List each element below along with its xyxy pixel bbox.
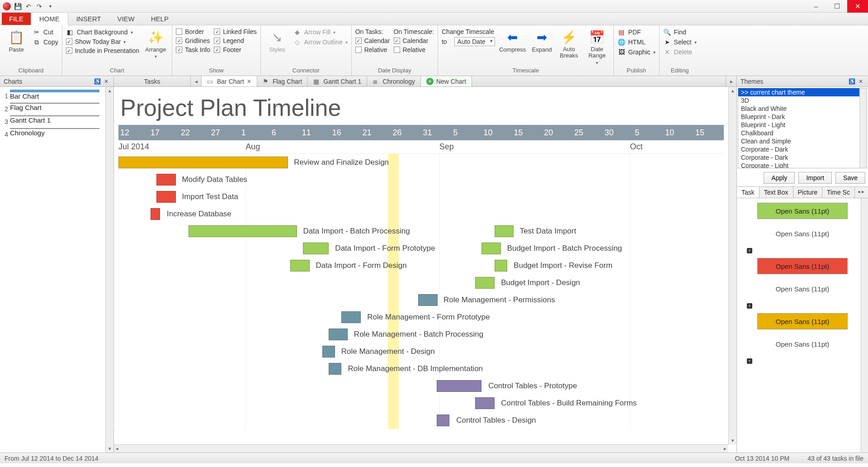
task-bar[interactable] <box>322 346 335 357</box>
file-tab[interactable]: FILE <box>2 13 31 25</box>
canvas-scrollbar-horizontal[interactable]: ◂▸ <box>114 444 728 453</box>
chart-thumb-row[interactable]: 1Bar Chart <box>2 90 104 100</box>
property-tab[interactable]: Time Sc <box>822 187 855 198</box>
cut-button[interactable]: ✂Cut <box>33 28 58 36</box>
task-bar[interactable] <box>156 174 176 186</box>
theme-list-item[interactable]: Blueprint - Dark <box>738 113 867 121</box>
timescale-relative-checkbox[interactable]: Relative <box>394 46 434 53</box>
timescale-calendar-checkbox[interactable]: Calendar <box>394 37 434 44</box>
property-tab[interactable]: Task <box>737 187 760 198</box>
styles-button[interactable]: ↘ Styles <box>264 27 290 53</box>
task-bar[interactable] <box>495 260 507 272</box>
theme-list-item[interactable]: Corporate - Light <box>738 162 867 168</box>
linked-checkbox[interactable]: Linked Files <box>214 28 257 35</box>
task-bar[interactable] <box>475 397 495 409</box>
style-swatch[interactable]: Open Sans (11pt) <box>757 336 848 352</box>
task-bar[interactable] <box>189 225 297 237</box>
task-bar[interactable] <box>329 329 348 340</box>
daterange-button[interactable]: 📅 Date Range ▾ <box>585 27 610 65</box>
task-bar[interactable] <box>437 380 481 392</box>
style-swatch[interactable]: Open Sans (11pt) <box>757 225 848 242</box>
chart-thumb-row[interactable]: 2Flag Chart <box>2 103 104 113</box>
doc-tab[interactable]: ≣Chronology <box>367 76 421 86</box>
border-checkbox[interactable]: Border <box>176 28 210 35</box>
taskinfo-checkbox[interactable]: Task Info <box>176 46 210 53</box>
new-chart-tab[interactable]: +New Chart <box>421 76 472 86</box>
tab-scroll-right[interactable]: ▸ <box>726 76 736 86</box>
autobreaks-button[interactable]: ⚡ Auto Breaks <box>557 27 581 59</box>
swatch-scrollbar[interactable] <box>861 198 868 453</box>
expand-button[interactable]: ➡ Expand <box>530 27 554 53</box>
chart-thumb-row[interactable]: 4Chronology <box>2 128 104 138</box>
tab-insert[interactable]: INSERT <box>68 13 109 25</box>
doc-tab[interactable]: ▦Gantt Chart 1 <box>308 76 367 86</box>
charts-scrollbar[interactable]: ▴▾ <box>105 87 113 453</box>
charts-list[interactable]: 1Bar Chart2Flag Chart3Gantt Chart 14Chro… <box>0 87 105 453</box>
style-swatch[interactable]: Open Sans (11pt) <box>757 281 848 297</box>
chart-thumb-row[interactable]: 3Gantt Chart 1 <box>2 115 104 125</box>
select-button[interactable]: ➤Select▾ <box>663 38 697 46</box>
task-bar[interactable] <box>495 225 514 237</box>
theme-list-item[interactable]: Blueprint - Light <box>738 121 867 129</box>
tasks-calendar-checkbox[interactable]: Calendar <box>355 37 390 44</box>
theme-list-item[interactable]: >> current chart theme <box>738 88 867 96</box>
task-bar[interactable] <box>341 311 361 323</box>
theme-list-item[interactable]: Corporate - Dark <box>738 145 867 153</box>
style-swatch[interactable]: Open Sans (11pt) <box>757 258 848 274</box>
style-swatch[interactable]: Open Sans (11pt) <box>757 313 848 329</box>
canvas-scrollbar-vertical[interactable]: ▴▾ <box>728 87 736 444</box>
theme-list-item[interactable]: Corporate - Dark <box>738 153 867 162</box>
compress-button[interactable]: ⬅ Compress <box>499 27 527 53</box>
show-today-bar-button[interactable]: Show Today Bar▾ <box>66 38 139 45</box>
timescale-select[interactable]: to Auto Date <box>442 37 495 46</box>
include-presentation-button[interactable]: Include in Presentation <box>66 47 139 54</box>
property-tab[interactable]: Picture <box>793 187 823 198</box>
task-bar[interactable] <box>418 294 438 306</box>
theme-list-item[interactable]: Chalkboard <box>738 129 867 137</box>
redo-icon[interactable]: ↷ <box>35 2 43 10</box>
tab-help[interactable]: HELP <box>143 13 177 25</box>
gridlines-checkbox[interactable]: Gridlines <box>176 37 210 44</box>
find-button[interactable]: 🔍Find <box>663 28 697 36</box>
tasks-tab[interactable]: Tasks <box>114 76 191 86</box>
task-bar[interactable] <box>437 415 449 426</box>
qat-customize-icon[interactable]: ▾ <box>46 2 54 10</box>
task-bar[interactable] <box>481 243 501 254</box>
theme-list-item[interactable]: Black and White <box>738 105 867 113</box>
legend-checkbox[interactable]: Legend <box>214 37 257 44</box>
paste-button[interactable]: 📋 Paste <box>4 27 29 53</box>
footer-checkbox[interactable]: Footer <box>214 46 257 53</box>
close-button[interactable]: ✕ <box>847 0 868 13</box>
task-bar[interactable] <box>303 243 328 254</box>
task-bar[interactable] <box>118 157 288 168</box>
arrange-button[interactable]: ✨ Arrange ▾ <box>143 27 168 59</box>
swatch-list[interactable]: Open Sans (11pt)Open Sans (11pt)TOpen Sa… <box>737 198 868 453</box>
chart-background-button[interactable]: ◧Chart Background▾ <box>66 28 139 36</box>
theme-list[interactable]: >> current chart theme3DBlack and WhiteB… <box>738 88 867 168</box>
maximize-button[interactable]: ☐ <box>826 0 847 13</box>
tasks-relative-checkbox[interactable]: Relative <box>355 46 390 53</box>
pin-icon[interactable]: ♿ <box>94 78 101 85</box>
graphic-button[interactable]: 🖼Graphic▾ <box>618 48 656 56</box>
property-tab[interactable]: Text Box <box>760 187 793 198</box>
save-button[interactable]: Save <box>835 172 865 184</box>
tab-close-icon[interactable]: ✕ <box>247 78 251 85</box>
html-button[interactable]: 🌐HTML <box>618 38 656 46</box>
save-icon[interactable]: 💾 <box>14 2 22 10</box>
theme-list-item[interactable]: 3D <box>738 96 867 105</box>
tab-scroll-left[interactable]: ◂ <box>191 76 202 86</box>
task-bar[interactable] <box>151 208 160 220</box>
tab-home[interactable]: HOME <box>31 12 68 25</box>
task-bar[interactable] <box>475 277 495 289</box>
tab-view[interactable]: VIEW <box>109 13 142 25</box>
pdf-button[interactable]: ▤PDF <box>618 28 656 36</box>
theme-list-item[interactable]: Clean and Simple <box>738 137 867 145</box>
theme-list-scrollbar[interactable] <box>859 88 867 168</box>
task-bar[interactable] <box>329 363 341 375</box>
apply-button[interactable]: Apply <box>764 172 795 184</box>
task-bar[interactable] <box>156 191 176 203</box>
style-swatch[interactable]: Open Sans (11pt) <box>757 203 848 219</box>
minimize-button[interactable]: – <box>806 0 826 13</box>
undo-icon[interactable]: ↶ <box>24 2 33 10</box>
timescale-dropdown[interactable]: Auto Date <box>454 37 495 46</box>
